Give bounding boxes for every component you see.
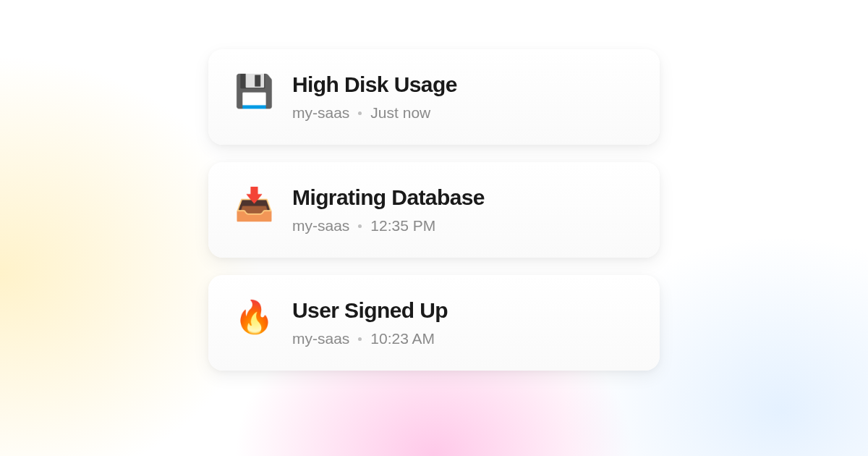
- fire-icon: 🔥: [234, 298, 272, 336]
- notification-card[interactable]: 📥 Migrating Database my-saas 12:35 PM: [208, 162, 660, 258]
- notification-list: 💾 High Disk Usage my-saas Just now 📥 Mig…: [0, 0, 868, 456]
- notification-card[interactable]: 💾 High Disk Usage my-saas Just now: [208, 49, 660, 145]
- notification-card[interactable]: 🔥 User Signed Up my-saas 10:23 AM: [208, 275, 660, 371]
- notification-meta: my-saas Just now: [292, 104, 634, 122]
- meta-separator: [358, 337, 362, 341]
- notification-title: Migrating Database: [292, 185, 634, 210]
- inbox-tray-icon: 📥: [234, 185, 272, 223]
- notification-body: High Disk Usage my-saas Just now: [292, 72, 634, 122]
- notification-title: User Signed Up: [292, 298, 634, 323]
- meta-separator: [358, 111, 362, 115]
- notification-time: 12:35 PM: [370, 217, 435, 235]
- notification-project: my-saas: [292, 217, 349, 235]
- notification-project: my-saas: [292, 104, 349, 122]
- notification-body: Migrating Database my-saas 12:35 PM: [292, 185, 634, 235]
- notification-meta: my-saas 10:23 AM: [292, 330, 634, 347]
- meta-separator: [358, 224, 362, 228]
- notification-time: Just now: [370, 104, 430, 122]
- notification-body: User Signed Up my-saas 10:23 AM: [292, 298, 634, 347]
- notification-time: 10:23 AM: [370, 330, 435, 347]
- notification-meta: my-saas 12:35 PM: [292, 217, 634, 235]
- notification-title: High Disk Usage: [292, 72, 634, 97]
- floppy-disk-icon: 💾: [234, 72, 272, 110]
- notification-project: my-saas: [292, 330, 349, 347]
